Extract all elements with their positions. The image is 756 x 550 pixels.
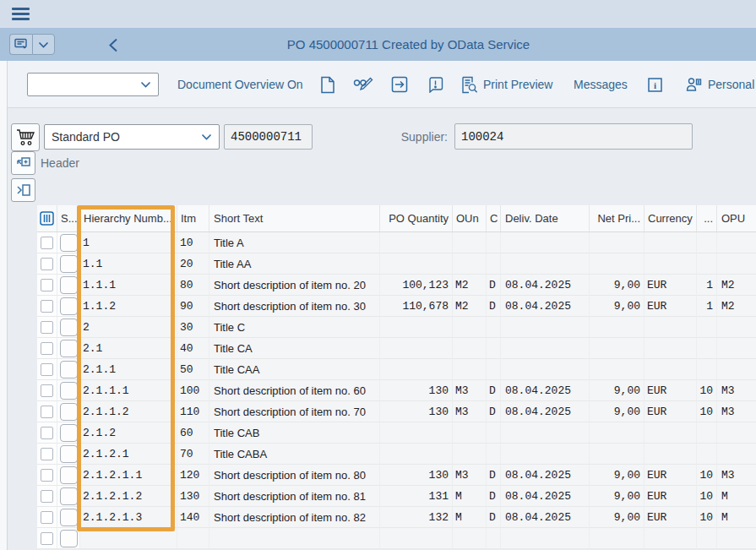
cell-order-unit[interactable]: [453, 317, 487, 338]
cell-per[interactable]: [697, 232, 717, 253]
cell-net-price[interactable]: 9,00: [590, 486, 645, 507]
create-document-icon[interactable]: [317, 61, 339, 108]
cell-category[interactable]: D: [487, 401, 501, 422]
cell-order-price-unit[interactable]: M3: [717, 380, 756, 401]
cell-per[interactable]: [697, 338, 717, 359]
status-input[interactable]: [60, 340, 78, 357]
cell-hierarchy-number[interactable]: 2.1.2.1.1: [80, 465, 177, 486]
cell-hierarchy-number[interactable]: 2.1.1.1: [80, 380, 177, 401]
cell-order-price-unit[interactable]: [717, 253, 756, 275]
table-settings-button[interactable]: [37, 205, 57, 231]
cell-delivery-date[interactable]: [501, 317, 590, 338]
cell-order-price-unit[interactable]: M: [717, 507, 756, 528]
cell-short-text[interactable]: Short description of item no. 81: [209, 486, 380, 507]
cell-delivery-date[interactable]: 08.04.2025: [501, 275, 590, 296]
status-input[interactable]: [60, 276, 78, 294]
cell-per[interactable]: 10: [697, 465, 717, 486]
cell-per[interactable]: 1: [697, 296, 717, 317]
col-header-hierarchy[interactable]: Hierarchy Numb...: [80, 205, 177, 231]
cell-order-price-unit[interactable]: [717, 338, 756, 359]
status-input[interactable]: [60, 255, 78, 273]
po-cart-button[interactable]: [11, 123, 40, 151]
messages-button[interactable]: Messages: [574, 61, 628, 108]
cell-delivery-date[interactable]: 08.04.2025: [501, 486, 590, 507]
row-checkbox[interactable]: [41, 427, 53, 439]
cell-currency[interactable]: [645, 444, 697, 465]
cell-hierarchy-number[interactable]: 2.1: [80, 338, 177, 359]
cell-po-quantity[interactable]: 132: [380, 507, 453, 528]
cell-po-quantity[interactable]: [380, 359, 453, 380]
row-checkbox[interactable]: [41, 279, 53, 291]
cell-category[interactable]: [487, 232, 501, 253]
cell-category[interactable]: [487, 253, 501, 275]
cell-currency[interactable]: EUR: [645, 507, 697, 528]
status-input[interactable]: [60, 530, 78, 547]
cell-order-price-unit[interactable]: M: [717, 486, 756, 507]
row-checkbox[interactable]: [41, 448, 53, 460]
cell-order-price-unit[interactable]: [717, 359, 756, 380]
status-input[interactable]: [60, 487, 78, 505]
status-input[interactable]: [60, 319, 78, 336]
col-header-currency[interactable]: Currency: [645, 205, 697, 231]
cell-net-price[interactable]: [590, 232, 645, 253]
status-input[interactable]: [60, 297, 78, 315]
cell-item-number[interactable]: 70: [177, 444, 209, 465]
cell-net-price[interactable]: [590, 359, 645, 380]
cell-po-quantity[interactable]: [380, 232, 453, 253]
cell-category[interactable]: [487, 444, 501, 465]
row-checkbox[interactable]: [41, 237, 53, 249]
status-input[interactable]: [60, 234, 78, 252]
cell-currency[interactable]: [645, 338, 697, 359]
cell-order-unit[interactable]: [453, 359, 487, 380]
row-checkbox[interactable]: [41, 258, 53, 270]
command-combobox[interactable]: [27, 73, 159, 96]
cell-short-text[interactable]: Title A: [209, 232, 380, 253]
cell-order-price-unit[interactable]: [717, 422, 756, 444]
expand-items-button[interactable]: [11, 178, 35, 202]
cell-hierarchy-number[interactable]: 2.1.2.1: [80, 444, 177, 465]
cell-po-quantity[interactable]: 130: [380, 465, 453, 486]
cell-item-number[interactable]: 120: [177, 465, 209, 486]
cell-hierarchy-number[interactable]: 2.1.2: [80, 422, 177, 444]
cell-category[interactable]: D: [487, 465, 501, 486]
cell-hierarchy-number[interactable]: 2.1.2.1.3: [80, 507, 177, 528]
cell-delivery-date[interactable]: 08.04.2025: [501, 296, 590, 317]
cell-hierarchy-number[interactable]: 1: [80, 232, 177, 253]
cell-net-price[interactable]: 9,00: [590, 507, 645, 528]
cell-currency[interactable]: [645, 359, 697, 380]
cell-category[interactable]: [487, 359, 501, 380]
cell-item-number[interactable]: 110: [177, 401, 209, 422]
cell-order-unit[interactable]: [453, 444, 487, 465]
cell-hierarchy-number[interactable]: 2: [80, 317, 177, 338]
cell-order-unit[interactable]: M2: [453, 275, 487, 296]
cell-net-price[interactable]: 9,00: [590, 275, 645, 296]
cell-item-number[interactable]: 130: [177, 486, 209, 507]
cell-delivery-date[interactable]: [501, 232, 590, 253]
cell-hierarchy-number[interactable]: [80, 528, 177, 549]
status-input[interactable]: [60, 403, 78, 421]
cell-po-quantity[interactable]: 130: [380, 401, 453, 422]
cell-short-text[interactable]: Short description of item no. 60: [209, 380, 380, 401]
cell-per[interactable]: [697, 528, 717, 549]
cell-item-number[interactable]: 100: [177, 380, 209, 401]
status-input[interactable]: [60, 361, 78, 378]
status-input[interactable]: [60, 382, 78, 400]
row-checkbox[interactable]: [41, 363, 53, 376]
col-header-delivdate[interactable]: Deliv. Date: [501, 205, 590, 231]
cell-category[interactable]: D: [487, 275, 501, 296]
cell-order-unit[interactable]: M: [453, 507, 487, 528]
cell-net-price[interactable]: [590, 317, 645, 338]
cell-per[interactable]: 1: [697, 275, 717, 296]
cell-short-text[interactable]: Short description of item no. 82: [209, 507, 380, 528]
cell-order-price-unit[interactable]: M3: [717, 401, 756, 422]
cell-short-text[interactable]: Title CABA: [209, 444, 380, 465]
cell-short-text[interactable]: Title C: [209, 317, 380, 338]
cell-po-quantity[interactable]: [380, 317, 453, 338]
cell-net-price[interactable]: [590, 444, 645, 465]
cell-hierarchy-number[interactable]: 1.1.2: [80, 296, 177, 317]
cell-po-quantity[interactable]: [380, 253, 453, 275]
cell-per[interactable]: 10: [697, 507, 717, 528]
cell-item-number[interactable]: 50: [177, 359, 209, 380]
cell-item-number[interactable]: 10: [177, 232, 209, 253]
cell-per[interactable]: 10: [697, 380, 717, 401]
